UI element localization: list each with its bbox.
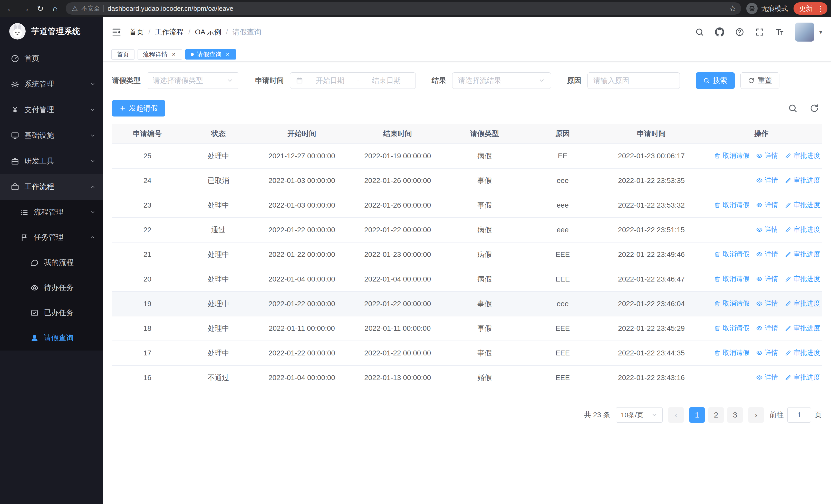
- cancel-leave-link[interactable]: 取消请假: [714, 200, 749, 209]
- result-select[interactable]: 请选择流结果: [452, 72, 551, 89]
- page-button-1[interactable]: 1: [689, 407, 705, 423]
- cell-reason: EEE: [523, 242, 602, 267]
- approval-progress-link[interactable]: 审批进度: [785, 151, 820, 160]
- sidebar-item-workflow[interactable]: 工作流程: [0, 174, 103, 200]
- app-logo[interactable]: 芋道管理系统: [0, 17, 103, 46]
- cell-end-time: 2022-01-22 00:00:00: [350, 217, 446, 242]
- cell-apply-time: 2022-01-22 23:53:32: [602, 193, 701, 217]
- approval-progress-link[interactable]: 审批进度: [785, 324, 820, 333]
- help-icon[interactable]: [735, 27, 744, 37]
- action-label: 审批进度: [794, 225, 820, 234]
- detail-link[interactable]: 详情: [756, 348, 778, 357]
- approval-progress-link[interactable]: 审批进度: [785, 373, 820, 382]
- table-row: 18处理中2022-01-11 00:00:002022-01-11 00:00…: [112, 316, 822, 341]
- create-leave-button[interactable]: 发起请假: [112, 100, 165, 117]
- cancel-leave-link[interactable]: 取消请假: [714, 299, 749, 308]
- action-label: 审批进度: [794, 200, 820, 209]
- app-title: 芋道管理系统: [31, 26, 81, 37]
- detail-link[interactable]: 详情: [756, 274, 778, 283]
- bookmark-star-icon[interactable]: ☆: [727, 3, 739, 14]
- toggle-search-button[interactable]: [788, 103, 798, 113]
- address-bar[interactable]: ⚠ 不安全 dashboard.yudao.iocoder.cn/bpm/oa/…: [66, 2, 741, 14]
- cell-apply-id: 24: [112, 168, 183, 193]
- sidebar-item-process-mgmt[interactable]: 流程管理: [0, 200, 103, 225]
- github-icon[interactable]: [715, 27, 724, 37]
- browser-home-button[interactable]: ⌂: [48, 2, 62, 16]
- browser-back-button[interactable]: ←: [4, 2, 18, 16]
- sidebar-item-done-tasks[interactable]: 已办任务: [0, 300, 103, 325]
- sidebar-item-dev-tools[interactable]: 研发工具: [0, 148, 103, 174]
- cell-end-time: 2022-01-22 00:00:00: [350, 341, 446, 365]
- user-avatar[interactable]: [795, 23, 814, 41]
- next-page-button[interactable]: ›: [748, 407, 764, 423]
- breadcrumb-item[interactable]: 首页: [130, 27, 144, 37]
- chevron-down-icon[interactable]: ▾: [819, 28, 822, 36]
- fullscreen-icon[interactable]: [755, 27, 764, 37]
- cancel-leave-link[interactable]: 取消请假: [714, 151, 749, 160]
- sidebar-item-payment-mgmt[interactable]: 支付管理: [0, 97, 103, 123]
- browser-reload-button[interactable]: ↻: [33, 2, 47, 16]
- table-header-row: 申请编号状态开始时间结束时间请假类型原因申请时间操作: [112, 124, 822, 144]
- apply-time-range-picker[interactable]: 开始日期 - 结束日期: [290, 72, 416, 89]
- cell-apply-id: 23: [112, 193, 183, 217]
- detail-link[interactable]: 详情: [756, 225, 778, 234]
- cell-reason: eee: [523, 168, 602, 193]
- approval-progress-link[interactable]: 审批进度: [785, 348, 820, 357]
- gear-icon: [11, 80, 19, 89]
- search-icon[interactable]: [695, 27, 704, 37]
- page-button-3[interactable]: 3: [727, 407, 743, 423]
- browser-menu-icon[interactable]: ⋮: [816, 4, 825, 13]
- page-button-2[interactable]: 2: [708, 407, 724, 423]
- cancel-leave-link[interactable]: 取消请假: [714, 274, 749, 283]
- cancel-leave-link[interactable]: 取消请假: [714, 324, 749, 333]
- sidebar-item-leave-query[interactable]: 请假查询: [0, 325, 103, 351]
- cancel-leave-link[interactable]: 取消请假: [714, 348, 749, 357]
- breadcrumb-item[interactable]: 工作流程: [155, 27, 184, 37]
- detail-link[interactable]: 详情: [756, 324, 778, 333]
- sidebar-collapse-icon[interactable]: [111, 27, 122, 37]
- font-size-icon[interactable]: [775, 27, 784, 37]
- refresh-table-button[interactable]: [809, 103, 819, 113]
- reset-button[interactable]: 重置: [740, 72, 779, 89]
- detail-link[interactable]: 详情: [756, 250, 778, 259]
- approval-progress-link[interactable]: 审批进度: [785, 299, 820, 308]
- approval-progress-link[interactable]: 审批进度: [785, 250, 820, 259]
- cancel-leave-link[interactable]: 取消请假: [714, 250, 749, 259]
- cell-leave-type: 病假: [446, 144, 523, 168]
- search-button[interactable]: 搜索: [696, 72, 735, 89]
- sidebar-item-task-mgmt[interactable]: 任务管理: [0, 225, 103, 250]
- leave-type-select[interactable]: 请选择请假类型: [147, 72, 239, 89]
- cell-start-time: 2022-01-03 00:00:00: [254, 193, 349, 217]
- breadcrumb-item[interactable]: OA 示例: [195, 27, 222, 37]
- close-icon[interactable]: ×: [225, 51, 231, 58]
- approval-progress-link[interactable]: 审批进度: [785, 200, 820, 209]
- sidebar-item-todo-tasks[interactable]: 待办任务: [0, 275, 103, 300]
- pagination-pages: 123: [689, 407, 743, 423]
- pagination-goto: 前往 页: [769, 407, 822, 423]
- update-button[interactable]: 更新 ⋮: [794, 2, 827, 14]
- detail-link[interactable]: 详情: [756, 299, 778, 308]
- tab-leave-query[interactable]: 请假查询×: [185, 49, 236, 60]
- page-size-select[interactable]: 10条/页: [616, 407, 663, 423]
- approval-progress-link[interactable]: 审批进度: [785, 225, 820, 234]
- previous-page-button[interactable]: ‹: [668, 407, 684, 423]
- tab-process-detail[interactable]: 流程详情×: [138, 49, 182, 60]
- browser-forward-button[interactable]: →: [19, 2, 32, 16]
- detail-link[interactable]: 详情: [756, 373, 778, 382]
- sidebar-item-my-process[interactable]: 我的流程: [0, 250, 103, 275]
- detail-link[interactable]: 详情: [756, 176, 778, 185]
- close-icon[interactable]: ×: [171, 51, 177, 58]
- sidebar-item-home[interactable]: 首页: [0, 46, 103, 71]
- reason-input[interactable]: [588, 72, 680, 89]
- chevron-down-icon: [90, 81, 95, 87]
- sidebar-item-system-mgmt[interactable]: 系统管理: [0, 71, 103, 97]
- goto-page-input[interactable]: [787, 407, 811, 423]
- sidebar-item-infrastructure[interactable]: 基础设施: [0, 123, 103, 148]
- cell-apply-time: 2022-01-22 23:46:04: [602, 292, 701, 316]
- approval-progress-link[interactable]: 审批进度: [785, 274, 820, 283]
- tab-home[interactable]: 首页: [111, 49, 135, 60]
- detail-link[interactable]: 详情: [756, 200, 778, 209]
- detail-link[interactable]: 详情: [756, 151, 778, 160]
- cell-apply-id: 17: [112, 341, 183, 365]
- approval-progress-link[interactable]: 审批进度: [785, 176, 820, 185]
